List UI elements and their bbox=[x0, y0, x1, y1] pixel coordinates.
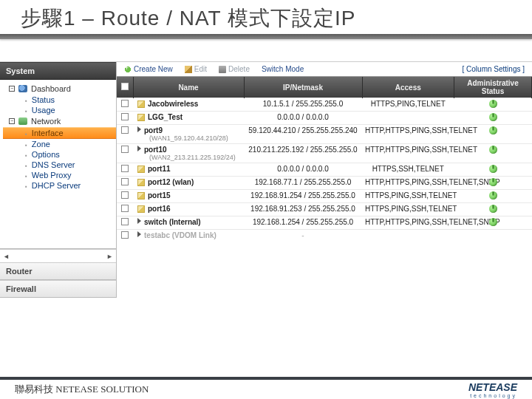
sidebar-item-interface[interactable]: Interface bbox=[3, 127, 116, 139]
cell-access: HTTPS,SSH,TELNET bbox=[362, 163, 454, 177]
interface-name: Jacobwireless bbox=[148, 100, 198, 108]
interface-icon bbox=[137, 205, 145, 213]
sidebar-item-web-proxy[interactable]: Web Proxy bbox=[3, 170, 116, 180]
title-underline bbox=[0, 34, 532, 39]
arrow-left-icon[interactable]: ◄ bbox=[3, 253, 10, 260]
row-checkbox[interactable] bbox=[121, 100, 129, 107]
pencil-icon bbox=[185, 66, 192, 73]
col-check[interactable] bbox=[117, 77, 133, 98]
cell-ip: 0.0.0.0 / 0.0.0.0 bbox=[244, 163, 362, 177]
interface-name: port15 bbox=[148, 191, 171, 200]
dashboard-icon bbox=[18, 85, 27, 92]
interface-name: port11 bbox=[148, 165, 171, 173]
plus-icon bbox=[124, 66, 132, 73]
sidebar-item-status[interactable]: Status bbox=[3, 95, 116, 105]
table-row[interactable]: port15192.168.91.254 / 255.255.255.0HTTP… bbox=[117, 190, 532, 203]
row-checkbox[interactable] bbox=[121, 178, 129, 185]
delete-button[interactable]: Delete bbox=[216, 64, 253, 74]
status-up-icon bbox=[489, 178, 497, 186]
row-checkbox[interactable] bbox=[121, 218, 129, 225]
table-row[interactable]: switch (Internal)192.168.1.254 / 255.255… bbox=[117, 216, 532, 230]
table-row[interactable]: Jacobwireless10.1.5.1 / 255.255.255.0HTT… bbox=[117, 98, 532, 112]
interface-icon bbox=[137, 179, 145, 186]
status-up-icon bbox=[489, 165, 497, 173]
trash-icon bbox=[219, 66, 226, 73]
table-row[interactable]: port10(WAN2_213.211.225.192/24)210.211.2… bbox=[117, 144, 532, 163]
table-row[interactable]: port12 (wlan)192.168.77.1 / 255.255.255.… bbox=[117, 177, 532, 190]
row-checkbox[interactable] bbox=[121, 231, 129, 239]
column-settings-link[interactable]: [ Column Settings ] bbox=[460, 64, 528, 74]
interface-name: switch (Internal) bbox=[144, 218, 201, 226]
interface-name: port9 bbox=[144, 126, 163, 134]
interface-name: port10 bbox=[144, 146, 167, 154]
collapse-icon[interactable]: − bbox=[9, 86, 15, 92]
sidebar: System − Dashboard StatusUsage − Network… bbox=[0, 62, 117, 298]
table-row[interactable]: LGG_Test0.0.0.0 / 0.0.0.0 bbox=[117, 112, 532, 125]
interface-name: testabc (VDOM Link) bbox=[144, 231, 216, 239]
cell-status bbox=[454, 112, 532, 125]
create-new-button[interactable]: Create New bbox=[121, 64, 176, 74]
interface-name: port12 (wlan) bbox=[148, 178, 194, 186]
cell-access bbox=[362, 230, 454, 242]
table-row[interactable]: port16192.168.91.253 / 255.255.255.0HTTP… bbox=[117, 203, 532, 216]
sidebar-item-dhcp-server[interactable]: DHCP Server bbox=[3, 180, 116, 191]
sidebar-label: Network bbox=[31, 117, 61, 126]
expand-icon[interactable] bbox=[137, 218, 141, 224]
col-status[interactable]: Administrative Status bbox=[454, 77, 532, 98]
table-row[interactable]: testabc (VDOM Link)- bbox=[117, 230, 532, 242]
main-panel: Create New Edit Delete Switch Mode [ Col… bbox=[117, 62, 532, 298]
row-checkbox[interactable] bbox=[121, 191, 129, 199]
cell-ip: - bbox=[244, 230, 362, 242]
cell-status bbox=[454, 98, 532, 112]
collapse-icon[interactable]: − bbox=[9, 118, 15, 124]
status-up-icon bbox=[489, 205, 497, 213]
table-row[interactable]: port9(WAN1_59.120.44.210/28)59.120.44.21… bbox=[117, 125, 532, 144]
col-ip[interactable]: IP/Netmask bbox=[244, 77, 362, 98]
sidebar-item-usage[interactable]: Usage bbox=[3, 105, 116, 115]
cell-access bbox=[362, 112, 454, 125]
sidebar-item-zone[interactable]: Zone bbox=[3, 139, 116, 149]
row-checkbox[interactable] bbox=[121, 126, 129, 134]
expand-icon[interactable] bbox=[137, 231, 141, 237]
interface-subname: (WAN2_213.211.225.192/24) bbox=[137, 154, 241, 161]
interface-subname: (WAN1_59.120.44.210/28) bbox=[137, 134, 241, 142]
row-checkbox[interactable] bbox=[121, 113, 129, 120]
footer-company: 聯易科技 NETEASE SOLUTION bbox=[15, 383, 149, 396]
footer-brand: NETEASE technology bbox=[468, 381, 517, 398]
cell-ip: 10.1.5.1 / 255.255.255.0 bbox=[244, 98, 362, 112]
arrow-right-icon[interactable]: ► bbox=[106, 253, 113, 260]
col-access[interactable]: Access bbox=[362, 77, 454, 98]
cell-status bbox=[454, 230, 532, 242]
sidebar-section-router[interactable]: Router bbox=[0, 262, 116, 280]
cell-access: HTTP,HTTPS,PING,SSH,TELNET bbox=[362, 125, 454, 144]
expand-icon[interactable] bbox=[137, 126, 141, 132]
cell-access: HTTPS,PING,TELNET bbox=[362, 98, 454, 112]
page-title: 步驟1 – Route / NAT 模式下設定IP bbox=[0, 0, 532, 34]
row-checkbox[interactable] bbox=[121, 205, 129, 212]
cell-access: HTTPS,PING,SSH,TELNET bbox=[362, 190, 454, 203]
status-up-icon bbox=[489, 146, 497, 154]
cell-status bbox=[454, 190, 532, 203]
sidebar-node-dashboard[interactable]: − Dashboard bbox=[3, 83, 116, 95]
status-up-icon bbox=[489, 191, 497, 200]
sidebar-item-dns-server[interactable]: DNS Server bbox=[3, 160, 116, 170]
sidebar-node-network[interactable]: − Network bbox=[3, 115, 116, 127]
row-checkbox[interactable] bbox=[121, 146, 129, 153]
expand-icon[interactable] bbox=[137, 146, 141, 151]
cell-ip: 0.0.0.0 / 0.0.0.0 bbox=[244, 112, 362, 125]
table-row[interactable]: port110.0.0.0 / 0.0.0.0HTTPS,SSH,TELNET bbox=[117, 163, 532, 177]
select-all-checkbox[interactable] bbox=[121, 83, 129, 90]
row-checkbox[interactable] bbox=[121, 165, 129, 172]
cell-ip: 192.168.91.253 / 255.255.255.0 bbox=[244, 203, 362, 216]
sidebar-section-firewall[interactable]: Firewall bbox=[0, 280, 116, 298]
status-up-icon bbox=[489, 113, 497, 121]
switch-mode-button[interactable]: Switch Mode bbox=[259, 64, 307, 74]
cell-status bbox=[454, 163, 532, 177]
sidebar-item-options[interactable]: Options bbox=[3, 149, 116, 160]
status-up-icon bbox=[489, 126, 497, 134]
col-name[interactable]: Name bbox=[133, 77, 244, 98]
edit-button[interactable]: Edit bbox=[182, 64, 210, 74]
interface-name: port16 bbox=[148, 205, 171, 213]
sidebar-scroll[interactable]: ◄ ► bbox=[0, 249, 116, 262]
sidebar-head-system[interactable]: System bbox=[0, 62, 116, 80]
